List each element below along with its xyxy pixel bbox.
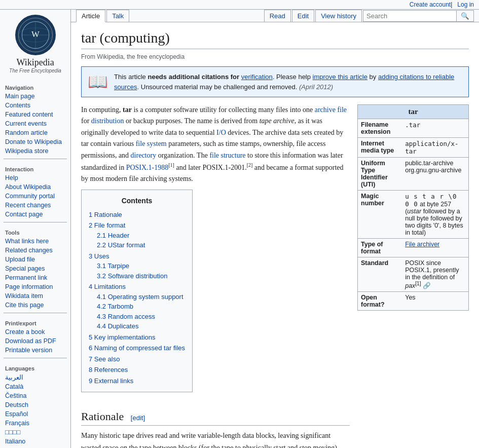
tab-group-left: Article Talk [76, 10, 130, 22]
wikipedia-logo: W [15, 15, 56, 55]
distribution-link[interactable]: distribution [91, 117, 124, 125]
interaction-section: Interaction Help About Wikipedia Communi… [3, 165, 68, 219]
sidebar-item-store[interactable]: Wikipedia store [3, 146, 68, 156]
sidebar-item-printable[interactable]: Printable version [3, 346, 68, 355]
sidebar-item-current-events[interactable]: Current events [3, 119, 68, 128]
toc-link-4-3[interactable]: 4.3 Random access [97, 313, 155, 320]
sidebar-item-main-page[interactable]: Main page [3, 92, 68, 101]
infobox-table: Filename extension .tar Internet media t… [358, 119, 468, 310]
toc-link-8[interactable]: 8 References [89, 366, 128, 374]
search-input[interactable] [363, 10, 457, 22]
toc-link-7[interactable]: 7 See also [89, 355, 120, 363]
sidebar-item-related-changes[interactable]: Related changes [3, 246, 68, 255]
list-item: 3 Uses 3.1 Tarpipe 3.2 Software distribu… [89, 251, 185, 281]
table-of-contents: Contents 1 Rationale 2 File format 2.1 H… [81, 190, 193, 392]
toc-link-4-2[interactable]: 4.2 Tarbomb [97, 303, 133, 310]
toc-link-3-2[interactable]: 3.2 Software distribution [97, 272, 167, 280]
toc-link-5[interactable]: 5 Key implementations [89, 333, 156, 341]
tab-edit[interactable]: Edit [292, 10, 314, 22]
sidebar-item-francais[interactable]: Français [3, 419, 68, 428]
list-item: 4.4 Duplicates [97, 321, 185, 331]
toc-link-2-2[interactable]: 2.2 UStar format [97, 241, 145, 249]
posix-link[interactable]: POSIX.1-1988 [126, 164, 169, 171]
sidebar-item-random-article[interactable]: Random article [3, 128, 68, 137]
print-label: Print/export [3, 319, 68, 327]
sidebar-item-contact[interactable]: Contact page [3, 210, 68, 219]
notice-improve-link[interactable]: improve this article [313, 73, 367, 81]
sidebar-item-upload[interactable]: Upload file [3, 255, 68, 264]
notice-verify-link[interactable]: verification [241, 73, 273, 81]
toc-link-2[interactable]: 2 File format [89, 221, 125, 229]
sidebar-item-arabic[interactable]: العربية [3, 372, 68, 382]
sidebar-item-create-book[interactable]: Create a book [3, 327, 68, 337]
tab-article[interactable]: Article [76, 10, 105, 22]
toc-link-1[interactable]: 1 Rationale [89, 211, 122, 218]
infobox-value-filename: .tar [402, 119, 468, 138]
directory-link[interactable]: directory [131, 152, 157, 159]
article-body: In computing, tar is a computer software… [81, 104, 469, 448]
main-area: Article Talk Read Edit View history 🔍 ta… [71, 10, 479, 448]
sidebar-item-what-links[interactable]: What links here [3, 237, 68, 246]
tab-talk[interactable]: Talk [106, 10, 129, 22]
sidebar-item-cestina[interactable]: Čeština [3, 391, 68, 400]
create-account-link[interactable]: Create account [410, 1, 451, 8]
filesystem-link[interactable]: file system [136, 140, 167, 147]
table-row: Open format? Yes [358, 292, 468, 311]
table-row: Uniform Type Identifier (UTI) public.tar… [358, 158, 468, 191]
toc-link-9[interactable]: 9 External links [89, 377, 133, 385]
sidebar-item-special[interactable]: Special pages [3, 264, 68, 273]
file-structure-link[interactable]: file structure [209, 152, 245, 159]
sidebar-item-deutsch[interactable]: Deutsch [3, 400, 68, 409]
sidebar-item-espanol[interactable]: Español [3, 409, 68, 419]
table-row: Magic number u s t a r \0 0 0 at byte 25… [358, 191, 468, 239]
sidebar-item-featured-content[interactable]: Featured content [3, 110, 68, 119]
file-archiver-link[interactable]: File archiver [405, 241, 439, 248]
sidebar-item-page-info[interactable]: Page information [3, 282, 68, 291]
io-link[interactable]: I/O [216, 129, 226, 136]
log-in-link[interactable]: Log in [457, 1, 474, 8]
sidebar-item-about[interactable]: About Wikipedia [3, 182, 68, 192]
search-button[interactable]: 🔍 [457, 10, 474, 22]
toc-sublist: 4.1 Operating system support 4.2 Tarbomb… [89, 292, 185, 331]
infobox-value-uti: public.tar-archive org.gnu.gnu-archive [402, 158, 468, 191]
toc-link-4-1[interactable]: 4.1 Operating system support [97, 293, 183, 301]
archive-file-link[interactable]: archive file [315, 106, 347, 114]
sidebar-item-wikidata[interactable]: Wikidata item [3, 291, 68, 301]
toc-link-3[interactable]: 3 Uses [89, 252, 109, 260]
toc-link-6[interactable]: 6 Naming of compressed tar files [89, 344, 185, 352]
sidebar-item-lang4[interactable]: □□□□ [3, 428, 68, 437]
toc-title: Contents [89, 195, 185, 206]
toc-link-4-4[interactable]: 4.4 Duplicates [97, 322, 138, 330]
sidebar-item-pdf[interactable]: Download as PDF [3, 337, 68, 346]
list-item: 1 Rationale [89, 210, 185, 220]
infobox-value-type: File archiver [402, 239, 468, 257]
toc-list: 1 Rationale 2 File format 2.1 Header 2.2… [89, 210, 185, 386]
list-item: 3.1 Tarpipe [97, 261, 185, 271]
table-row: Type of format File archiver [358, 239, 468, 257]
notice-text: This article needs additional citations … [114, 72, 462, 92]
infobox-value-media: application/x-tar [402, 138, 468, 158]
sidebar-item-recent-changes[interactable]: Recent changes [3, 201, 68, 210]
sidebar-item-community-portal[interactable]: Community portal [3, 192, 68, 201]
top-bar: Create account | Log in [0, 0, 479, 10]
tab-read[interactable]: Read [264, 10, 291, 22]
toc-link-3-1[interactable]: 3.1 Tarpipe [97, 262, 129, 270]
sidebar-item-contents[interactable]: Contents [3, 101, 68, 110]
intro-paragraph: In computing, tar is a computer software… [81, 104, 350, 184]
tab-view-history[interactable]: View history [315, 10, 362, 22]
sidebar-item-donate[interactable]: Donate to Wikipedia [3, 137, 68, 146]
languages-section: Languages العربية Català Čeština Deutsch… [3, 364, 68, 448]
logo-area: W Wikipedia The Free Encyclopedia [3, 15, 68, 78]
infobox-value-magic: u s t a r \0 0 0 at byte 257 (ustar foll… [402, 191, 468, 239]
sidebar-item-italiano[interactable]: Italiano [3, 437, 68, 446]
infobox-value-open: Yes [402, 292, 468, 311]
sidebar-item-nederlands[interactable]: Nederlands [3, 446, 68, 448]
sidebar-item-help[interactable]: Help [3, 173, 68, 182]
toc-link-2-1[interactable]: 2.1 Header [97, 232, 129, 239]
rationale-edit-link[interactable]: [edit] [131, 414, 145, 422]
search-area: 🔍 [363, 10, 474, 22]
toc-link-4[interactable]: 4 Limitations [89, 283, 126, 290]
sidebar-item-cite[interactable]: Cite this page [3, 301, 68, 310]
sidebar-item-permanent[interactable]: Permanent link [3, 273, 68, 282]
sidebar-item-catala[interactable]: Català [3, 382, 68, 391]
